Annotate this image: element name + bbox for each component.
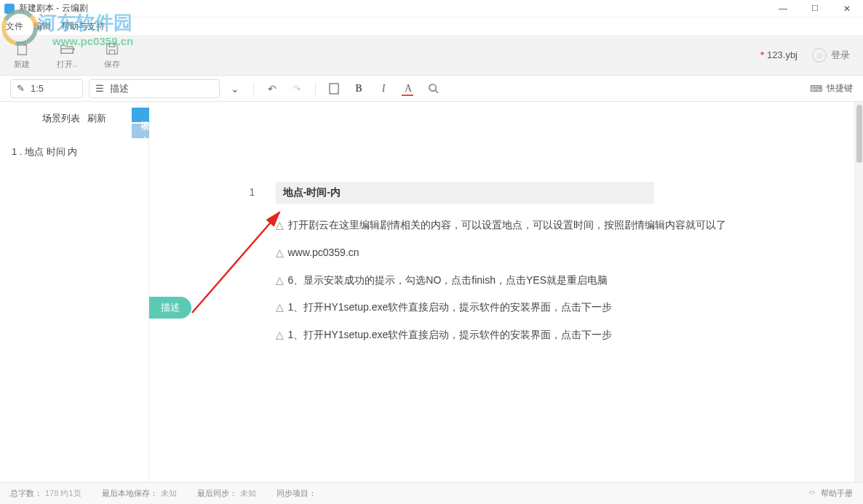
open-button[interactable]: 打开.. — [57, 40, 77, 70]
triangle-icon: △ — [276, 299, 284, 316]
tab-scene[interactable]: 场景 — [132, 108, 149, 122]
scene-list-item[interactable]: 1 . 地点 时间 内 — [0, 138, 148, 166]
maximize-button[interactable]: ☐ — [799, 0, 831, 17]
paragraph[interactable]: △1、打开HY1setup.exe软件直接启动，提示软件的安装界面，点击下一步 — [276, 299, 727, 316]
format-field[interactable]: ☰ 描述 — [89, 79, 220, 98]
menu-help[interactable]: 帮助与支持 — [61, 20, 105, 33]
modified-indicator: * — [760, 49, 764, 60]
triangle-icon: △ — [276, 244, 284, 262]
help-manual[interactable]: 帮助手册 — [821, 488, 853, 499]
scrollbar[interactable] — [854, 102, 863, 499]
keyboard-icon: ⌨ — [810, 84, 822, 94]
redo-button[interactable]: ↷ — [287, 79, 306, 98]
triangle-icon: △ — [276, 272, 284, 289]
paragraph[interactable]: △1、打开HY1setup.exe软件直接启动，提示软件的安装界面，点击下一步 — [276, 327, 727, 344]
new-file-icon — [13, 40, 31, 57]
wifi-icon: ⌔ — [809, 488, 815, 499]
triangle-icon: △ — [276, 327, 284, 344]
title-bar: 新建剧本 - 云编剧 — ☐ ✕ — [0, 0, 863, 17]
list-icon: ☰ — [95, 83, 104, 94]
menu-file[interactable]: 文件 — [6, 20, 23, 33]
svg-rect-0 — [330, 84, 338, 94]
save-button[interactable]: 保存 — [103, 40, 121, 70]
header-toolbar: 新建 打开.. 保存 * 123.ybj ☺ 登录 — [0, 35, 863, 76]
italic-button[interactable]: I — [374, 79, 393, 98]
search-button[interactable] — [423, 79, 442, 98]
wordcount: 总字数：178 约1页 — [10, 488, 81, 499]
last-sync: 最后同步：未知 — [197, 488, 256, 499]
tab-character[interactable]: 人物 — [132, 124, 149, 138]
edit-icon: ✎ — [17, 83, 25, 94]
user-icon: ☺ — [812, 48, 827, 63]
editor-area[interactable]: 描述 1 地点-时间-内 △打开剧云在这里编辑剧情相关的内容，可以设置地点，可以… — [149, 102, 863, 499]
file-indicator: * 123.ybj — [760, 49, 798, 60]
scene-number: 1 — [250, 186, 255, 198]
menu-bar: 文件 编辑 帮助与支持 — [0, 17, 863, 35]
refresh-button[interactable]: 刷新 — [87, 113, 106, 124]
font-color-button[interactable]: A — [399, 79, 418, 98]
sidebar: 场景列表 刷新 1 . 地点 时间 内 场景 人物 — [0, 102, 149, 499]
app-icon — [4, 4, 15, 14]
hotkeys-button[interactable]: ⌨ 快捷键 — [810, 82, 853, 95]
triangle-icon: △ — [276, 217, 284, 234]
scene-block: 1 地点-时间-内 △打开剧云在这里编辑剧情相关的内容，可以设置地点，可以设置时… — [276, 182, 727, 344]
new-button[interactable]: 新建 — [13, 40, 31, 70]
svg-point-1 — [429, 84, 435, 91]
filename: 123.ybj — [767, 49, 798, 60]
sync-project: 同步项目： — [277, 488, 317, 499]
scene-field[interactable]: ✎ 1:5 — [10, 79, 83, 98]
minimize-button[interactable]: — — [767, 0, 799, 17]
window-controls: — ☐ ✕ — [767, 0, 863, 17]
paragraph[interactable]: △www.pc0359.cn — [276, 244, 727, 262]
side-tabs: 场景 人物 — [132, 108, 149, 138]
status-bar: 总字数：178 约1页 最后本地保存：未知 最后同步：未知 同步项目： ⌔ 帮助… — [0, 482, 863, 504]
bold-button[interactable]: B — [349, 79, 368, 98]
main-area: 场景列表 刷新 1 . 地点 时间 内 场景 人物 描述 1 地点-时间-内 △… — [0, 102, 863, 499]
undo-button[interactable]: ↶ — [263, 79, 282, 98]
sidebar-header: 场景列表 刷新 — [0, 112, 148, 125]
paragraph[interactable]: △6、显示安装成功的提示，勾选NO，点击finish，点击YES就是重启电脑 — [276, 272, 727, 289]
open-folder-icon — [58, 40, 76, 57]
save-icon — [103, 40, 121, 57]
close-button[interactable]: ✕ — [831, 0, 863, 17]
chevron-down-icon[interactable]: ⌄ — [226, 79, 244, 98]
format-toolbar: ✎ 1:5 ☰ 描述 ⌄ ↶ ↷ B I A ⌨ 快捷键 — [0, 76, 863, 102]
scene-heading[interactable]: 地点-时间-内 — [276, 182, 654, 204]
page-icon[interactable] — [325, 79, 343, 98]
paragraph[interactable]: △打开剧云在这里编辑剧情相关的内容，可以设置地点，可以设置时间，按照剧情编辑内容… — [276, 217, 727, 234]
login-button[interactable]: ☺ 登录 — [812, 48, 850, 63]
window-title: 新建剧本 - 云编剧 — [19, 2, 88, 15]
menu-edit[interactable]: 编辑 — [33, 20, 51, 33]
scrollbar-thumb[interactable] — [856, 105, 862, 163]
last-local-save: 最后本地保存：未知 — [102, 488, 177, 499]
